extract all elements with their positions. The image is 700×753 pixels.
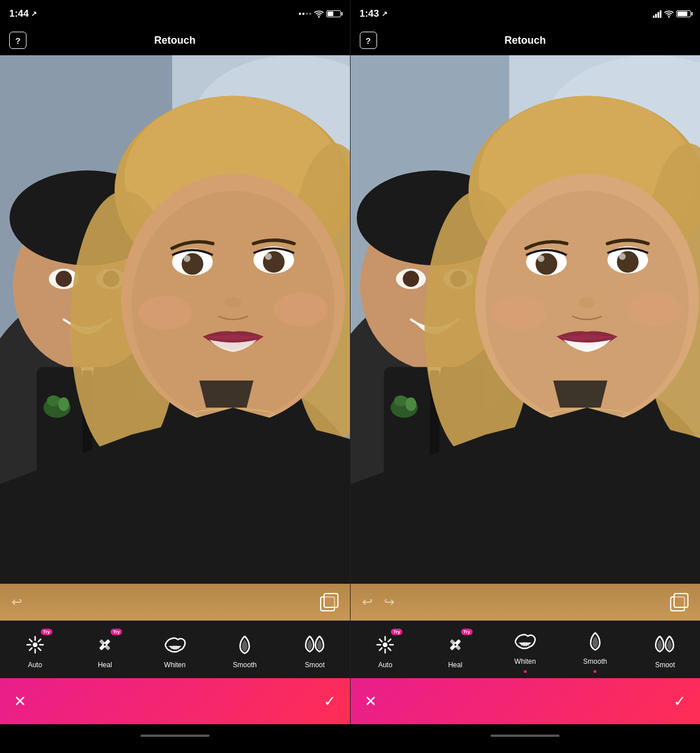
- home-indicator-left: [140, 735, 210, 737]
- svg-point-0: [318, 16, 319, 17]
- try-badge-auto-right: Try: [391, 629, 402, 635]
- svg-point-32: [184, 255, 191, 262]
- tool-whiten-right[interactable]: Whiten: [511, 629, 539, 673]
- svg-point-35: [265, 253, 272, 260]
- photo-image-left: [0, 55, 350, 584]
- smooth2-label-right: Smoot: [655, 661, 675, 669]
- svg-point-15: [47, 395, 60, 406]
- status-icons-left: [299, 10, 341, 18]
- svg-point-95: [579, 297, 595, 308]
- photo-area-right[interactable]: [351, 55, 701, 584]
- photo-bottom-bar-left: ↩: [0, 584, 350, 621]
- svg-line-105: [389, 648, 391, 651]
- confirm-button-left[interactable]: ✓: [324, 693, 336, 710]
- svg-line-104: [380, 639, 382, 641]
- status-time-left: 1:44 ↗: [9, 8, 37, 20]
- whiten-label-right: Whiten: [515, 657, 536, 665]
- tools-bar-right: Try Auto: [351, 621, 701, 678]
- svg-point-36: [225, 297, 241, 308]
- smooth2-icon-right: [652, 632, 678, 657]
- home-indicator-right: [490, 735, 560, 737]
- tool-auto-left[interactable]: Try Auto: [21, 632, 50, 669]
- signal-dots-left: [299, 13, 311, 15]
- help-button-left[interactable]: ?: [9, 32, 26, 49]
- action-bar-left: ✕ ✓: [0, 678, 350, 724]
- location-arrow-right: ↗: [382, 10, 387, 18]
- copy-button-right[interactable]: [670, 593, 688, 611]
- svg-point-74: [394, 395, 408, 406]
- auto-icon-left: Try: [22, 632, 48, 657]
- nav-bar-left: ? Retouch: [0, 25, 350, 55]
- status-bar-left: 1:44 ↗: [0, 0, 350, 25]
- screen-left: 1:44 ↗: [0, 0, 351, 724]
- whiten-icon-left: [162, 632, 188, 657]
- home-indicator-bar: [0, 724, 700, 753]
- whiten-dot-right: [524, 670, 527, 673]
- heal-label-right: Heal: [448, 661, 462, 669]
- tool-heal-right[interactable]: Try Heal: [441, 632, 470, 669]
- heal-icon-right: Try: [443, 632, 468, 657]
- try-badge-heal-left: Try: [111, 629, 122, 635]
- cancel-button-left[interactable]: ✕: [14, 693, 26, 710]
- tool-whiten-left[interactable]: Whiten: [161, 632, 189, 669]
- tool-smooth-right[interactable]: Smooth: [581, 629, 610, 673]
- smooth2-label-left: Smoot: [305, 661, 325, 669]
- signal-bars-right: [653, 10, 661, 18]
- tools-bar-left: Try Auto: [0, 621, 350, 678]
- svg-point-97: [627, 292, 682, 326]
- copy-button-left[interactable]: [320, 593, 338, 611]
- status-bar-right: 1:43 ↗: [351, 0, 701, 25]
- photo-area-left[interactable]: [0, 55, 350, 584]
- photo-bottom-bar-right: ↩ ↪: [351, 584, 701, 621]
- help-button-right[interactable]: ?: [360, 32, 377, 49]
- auto-label-left: Auto: [28, 661, 42, 669]
- svg-line-46: [38, 648, 40, 651]
- cancel-button-right[interactable]: ✕: [364, 693, 377, 710]
- tool-heal-left[interactable]: Try Heal: [90, 632, 119, 669]
- smooth2-icon-left: [302, 632, 328, 657]
- svg-point-59: [668, 16, 669, 17]
- whiten-label-left: Whiten: [164, 661, 185, 669]
- screen-right: 1:43 ↗: [351, 0, 701, 724]
- tool-smooth2-right[interactable]: Smoot: [650, 632, 679, 669]
- auto-icon-right: Try: [372, 632, 398, 657]
- svg-point-91: [537, 255, 544, 262]
- svg-line-106: [389, 639, 391, 641]
- wifi-icon-right: [664, 10, 674, 18]
- smooth-label-right: Smooth: [583, 657, 607, 665]
- redo-button-right[interactable]: ↪: [384, 595, 394, 610]
- tool-smooth2-left[interactable]: Smoot: [300, 632, 329, 669]
- confirm-button-right[interactable]: ✓: [674, 693, 686, 710]
- photo-image-right: [351, 55, 701, 584]
- tool-smooth-left[interactable]: Smooth: [230, 632, 259, 669]
- svg-point-108: [383, 642, 387, 647]
- svg-point-37: [138, 296, 192, 330]
- svg-point-67: [402, 271, 419, 287]
- try-badge-auto-left: Try: [41, 629, 52, 635]
- svg-line-48: [29, 648, 32, 651]
- battery-icon-left: [326, 10, 341, 17]
- svg-line-47: [38, 639, 40, 641]
- action-bar-right: ✕ ✓: [351, 678, 701, 724]
- svg-point-8: [56, 271, 72, 287]
- smooth-label-left: Smooth: [233, 661, 257, 669]
- undo-button-left[interactable]: ↩: [12, 595, 22, 610]
- smooth-icon-right: [583, 629, 608, 654]
- undo-redo-right: ↩ ↪: [362, 595, 394, 610]
- svg-point-16: [58, 397, 69, 411]
- svg-line-107: [380, 648, 382, 651]
- status-time-right: 1:43 ↗: [360, 8, 387, 20]
- svg-point-38: [274, 292, 328, 326]
- location-arrow-left: ↗: [31, 10, 37, 18]
- svg-point-49: [33, 642, 37, 647]
- whiten-icon-right: [512, 629, 538, 654]
- try-badge-heal-right: Try: [461, 629, 473, 635]
- nav-title-left: Retouch: [154, 35, 196, 47]
- undo-button-right[interactable]: ↩: [362, 595, 372, 610]
- svg-line-45: [29, 639, 32, 641]
- screens-container: 1:44 ↗: [0, 0, 700, 724]
- auto-label-right: Auto: [378, 661, 393, 669]
- heal-icon-left: Try: [92, 632, 117, 657]
- status-icons-right: [653, 10, 691, 18]
- tool-auto-right[interactable]: Try Auto: [371, 632, 400, 669]
